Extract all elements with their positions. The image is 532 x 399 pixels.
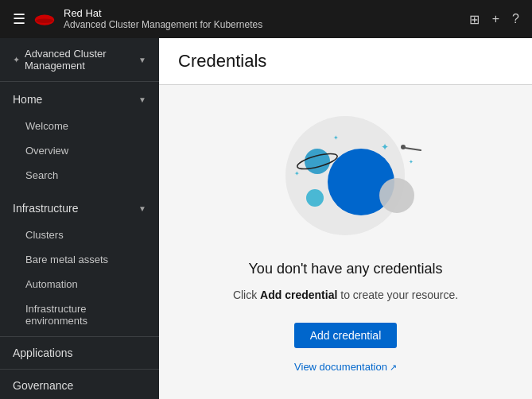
home-section-label: Home — [13, 93, 42, 106]
context-chevron-icon: ▼ — [138, 56, 146, 64]
add-credential-text: Add credential — [260, 289, 337, 301]
sidebar-item-bare-metal[interactable]: Bare metal assets — [0, 247, 159, 272]
home-section-header[interactable]: Home ▼ — [0, 85, 159, 114]
infrastructure-chevron-icon: ▼ — [138, 204, 146, 213]
header-right: ⊞ + ? — [469, 12, 519, 27]
infrastructure-section-label: Infrastructure — [13, 202, 78, 215]
context-selector-label: Advanced Cluster Management — [25, 48, 134, 72]
red-hat-logo — [33, 11, 56, 27]
help-icon[interactable]: ? — [512, 12, 519, 26]
app-title-block: Red Hat Advanced Cluster Management for … — [64, 7, 262, 32]
content-header: Credentials — [159, 38, 532, 85]
redhat-logo-svg — [33, 11, 56, 27]
content-area: Credentials — [159, 38, 532, 399]
svg-point-6 — [379, 178, 414, 213]
hamburger-menu-icon[interactable]: ☰ — [13, 10, 25, 28]
governance-label: Governance — [13, 379, 73, 392]
infrastructure-section-header[interactable]: Infrastructure ▼ — [0, 194, 159, 223]
svg-text:✦: ✦ — [333, 134, 339, 141]
sidebar-item-welcome[interactable]: Welcome — [0, 114, 159, 138]
sidebar-item-automation[interactable]: Automation — [0, 272, 159, 296]
view-docs-label: View documentation — [294, 361, 387, 373]
empty-state-illustration: ✦ ✦ ✦ ✦ — [258, 112, 433, 239]
svg-text:✦: ✦ — [294, 170, 300, 177]
sidebar: ✦ Advanced Cluster Management ▼ Home ▼ W… — [0, 38, 159, 399]
svg-text:✦: ✦ — [381, 141, 389, 153]
description-prefix: Click — [233, 289, 260, 301]
svg-point-3 — [36, 18, 53, 23]
empty-state-description: Click Add credential to create your reso… — [233, 287, 458, 304]
sidebar-item-clusters[interactable]: Clusters — [0, 223, 159, 247]
empty-state-heading: You don't have any credentials — [233, 261, 458, 277]
header-left: ☰ Red Hat Advanced Cluster Management fo… — [13, 7, 469, 32]
sidebar-item-infrastructure-environments[interactable]: Infrastructure environments — [0, 296, 159, 333]
applications-label: Applications — [13, 347, 73, 359]
svg-text:✦: ✦ — [409, 159, 414, 165]
svg-point-8 — [306, 189, 324, 207]
sidebar-item-search[interactable]: Search — [0, 163, 159, 188]
infrastructure-section: Infrastructure ▼ Clusters Bare metal ass… — [0, 191, 159, 336]
sidebar-item-governance[interactable]: Governance — [0, 369, 159, 399]
add-icon[interactable]: + — [492, 12, 499, 26]
page-title: Credentials — [178, 51, 513, 72]
home-chevron-icon: ▼ — [138, 95, 146, 104]
view-documentation-link[interactable]: View documentation↗ — [233, 361, 458, 373]
svg-line-14 — [405, 148, 421, 150]
home-section: Home ▼ Welcome Overview Search — [0, 82, 159, 191]
svg-point-7 — [305, 149, 330, 174]
external-link-icon: ↗ — [390, 362, 397, 372]
sidebar-item-applications[interactable]: Applications — [0, 336, 159, 369]
sidebar-item-overview[interactable]: Overview — [0, 138, 159, 163]
content-body: ✦ ✦ ✦ ✦ You don't have any credentials C… — [159, 85, 532, 399]
context-selector[interactable]: ✦ Advanced Cluster Management ▼ — [0, 38, 159, 82]
grid-icon[interactable]: ⊞ — [469, 12, 480, 27]
main-layout: ✦ Advanced Cluster Management ▼ Home ▼ W… — [0, 38, 532, 399]
empty-state: ✦ ✦ ✦ ✦ You don't have any credentials C… — [209, 85, 482, 399]
app-subtitle: Advanced Cluster Management for Kubernet… — [64, 19, 262, 32]
description-suffix: to create your resource. — [337, 289, 458, 301]
add-credential-button[interactable]: Add credential — [294, 323, 398, 348]
context-icon: ✦ — [13, 55, 20, 65]
svg-point-15 — [401, 145, 406, 149]
app-title-main: Red Hat — [64, 7, 262, 19]
top-header: ☰ Red Hat Advanced Cluster Management fo… — [0, 0, 532, 38]
